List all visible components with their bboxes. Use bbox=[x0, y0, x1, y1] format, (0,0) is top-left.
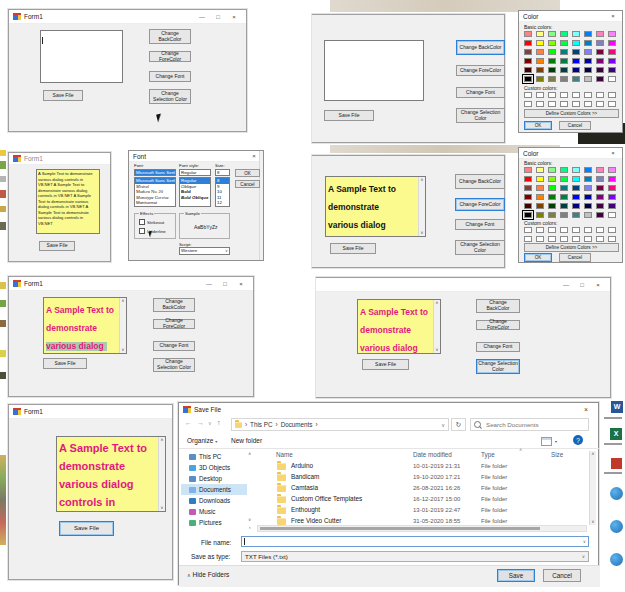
custom-color-swatch[interactable] bbox=[524, 227, 532, 233]
size-list[interactable]: 891011121416 bbox=[215, 177, 230, 207]
rich-textbox[interactable]: A Sample Text to demonstrate various dia… bbox=[36, 169, 100, 234]
change-selection-color-button[interactable]: Change Selection Color bbox=[476, 359, 520, 374]
custom-color-swatch[interactable] bbox=[548, 227, 556, 233]
custom-color-swatch[interactable] bbox=[524, 101, 532, 107]
color-swatch[interactable] bbox=[536, 194, 544, 200]
custom-color-swatch[interactable] bbox=[524, 236, 532, 242]
color-swatch[interactable] bbox=[524, 203, 532, 209]
desktop-icon-fragment[interactable] bbox=[0, 190, 6, 198]
color-swatch[interactable] bbox=[608, 40, 616, 46]
color-swatch[interactable] bbox=[596, 203, 604, 209]
change-backcolor-button[interactable]: Change BackColor bbox=[456, 40, 505, 55]
search-box[interactable] bbox=[470, 418, 589, 431]
color-swatch[interactable] bbox=[596, 185, 604, 191]
color-swatch[interactable] bbox=[572, 58, 580, 64]
font-list[interactable]: Microsoft Sans SerifMistralModern No. 20… bbox=[134, 177, 176, 207]
rich-textbox[interactable] bbox=[324, 40, 424, 101]
color-swatch[interactable] bbox=[584, 58, 592, 64]
desktop-icon-fragment[interactable] bbox=[0, 161, 6, 169]
color-swatch[interactable] bbox=[608, 176, 616, 182]
titlebar[interactable]: Form1 — □ × bbox=[9, 277, 253, 291]
custom-color-swatch[interactable] bbox=[536, 236, 544, 242]
custom-color-swatch[interactable] bbox=[548, 92, 556, 98]
save-as-type-dropdown[interactable]: TXT Files (*.txt) ∨ bbox=[241, 551, 589, 562]
color-swatch[interactable] bbox=[572, 67, 580, 73]
change-font-button[interactable]: Change Font bbox=[153, 341, 195, 351]
color-swatch[interactable] bbox=[560, 31, 568, 37]
sidebar-scroll-up-icon[interactable]: ∧ bbox=[248, 451, 251, 456]
dialog-titlebar[interactable]: Color × bbox=[519, 11, 622, 22]
color-swatch[interactable] bbox=[572, 76, 580, 82]
change-font-button[interactable]: Change Font bbox=[456, 87, 505, 98]
color-swatch[interactable] bbox=[584, 194, 592, 200]
color-swatch[interactable] bbox=[608, 67, 616, 73]
color-swatch[interactable] bbox=[536, 185, 544, 191]
color-swatch[interactable] bbox=[572, 40, 580, 46]
list-option[interactable]: Microsoft Sans Serif bbox=[135, 178, 175, 184]
sidebar-item-downloads[interactable]: Downloads bbox=[181, 495, 247, 506]
change-forecolor-button[interactable]: Change ForeColor bbox=[456, 65, 505, 76]
color-swatch[interactable] bbox=[536, 212, 544, 218]
color-swatch[interactable] bbox=[572, 203, 580, 209]
scroll-left-icon[interactable]: › bbox=[249, 525, 251, 530]
column-size[interactable]: Size bbox=[551, 451, 563, 458]
font-input[interactable]: Microsoft Sans Serif bbox=[134, 169, 176, 176]
color-swatch[interactable] bbox=[524, 167, 532, 173]
color-swatch[interactable] bbox=[608, 31, 616, 37]
custom-color-swatch[interactable] bbox=[560, 101, 568, 107]
color-swatch[interactable] bbox=[596, 194, 604, 200]
color-swatch[interactable] bbox=[596, 58, 604, 64]
word-icon[interactable]: W bbox=[611, 401, 623, 413]
list-vertical-scrollbar[interactable]: ∧∨ bbox=[589, 451, 596, 525]
breadcrumb-documents[interactable]: Documents bbox=[281, 421, 313, 428]
ok-button[interactable]: OK bbox=[235, 169, 260, 177]
color-swatch[interactable] bbox=[596, 31, 604, 37]
close-icon[interactable]: × bbox=[578, 404, 594, 416]
font-style-input[interactable]: Regular bbox=[179, 169, 211, 176]
color-swatch[interactable] bbox=[572, 49, 580, 55]
save-file-button[interactable]: Save File bbox=[43, 90, 83, 101]
custom-color-swatch[interactable] bbox=[608, 101, 616, 107]
color-swatch[interactable] bbox=[536, 49, 544, 55]
rich-textbox[interactable]: A Sample Text todemonstratevarious dialo… bbox=[43, 297, 127, 354]
save-button[interactable]: Save bbox=[497, 569, 535, 582]
file-row[interactable]: Camtasia26-08-2021 16:26File folder bbox=[259, 483, 589, 494]
change-backcolor-button[interactable]: Change BackColor bbox=[149, 29, 191, 44]
dialog-titlebar[interactable]: Color × bbox=[519, 148, 622, 159]
color-swatch[interactable] bbox=[584, 167, 592, 173]
hide-folders-toggle[interactable]: ∧ Hide Folders bbox=[187, 571, 229, 578]
close-icon[interactable]: × bbox=[608, 147, 618, 159]
color-swatch[interactable] bbox=[560, 40, 568, 46]
color-swatch[interactable] bbox=[536, 176, 544, 182]
color-swatch[interactable] bbox=[572, 185, 580, 191]
sidebar-item-this-pc[interactable]: This PC bbox=[181, 451, 247, 462]
color-swatch[interactable] bbox=[548, 212, 556, 218]
change-selection-color-button[interactable]: Change Selection Color bbox=[455, 240, 505, 255]
color-swatch[interactable] bbox=[584, 31, 592, 37]
titlebar[interactable]: Form1 — □ × bbox=[9, 10, 246, 24]
desktop-icon-fragment[interactable] bbox=[0, 206, 6, 212]
color-swatch[interactable] bbox=[608, 203, 616, 209]
change-selection-color-button[interactable]: Change Selection Color bbox=[456, 108, 505, 123]
save-file-button[interactable]: Save File bbox=[362, 359, 409, 370]
change-forecolor-button[interactable]: Change ForeColor bbox=[476, 320, 520, 330]
custom-color-swatch[interactable] bbox=[584, 236, 592, 242]
forward-arrow-icon[interactable]: → bbox=[197, 419, 204, 426]
color-swatch[interactable] bbox=[560, 167, 568, 173]
sidebar-item-documents[interactable]: Documents bbox=[181, 484, 247, 495]
dialog-titlebar[interactable]: Save File × bbox=[179, 403, 598, 416]
rich-textbox[interactable]: A Sample Text todemonstratevarious dialo… bbox=[325, 176, 426, 237]
save-file-button[interactable]: Save File bbox=[43, 358, 87, 369]
desktop-icon-fragment[interactable] bbox=[0, 300, 6, 307]
change-backcolor-button[interactable]: Change BackColor bbox=[153, 298, 195, 312]
cancel-button[interactable]: Cancel bbox=[543, 569, 581, 582]
color-swatch[interactable] bbox=[536, 76, 544, 82]
titlebar[interactable]: Form1 bbox=[9, 153, 110, 165]
custom-color-swatch[interactable] bbox=[572, 101, 580, 107]
maximize-icon[interactable]: □ bbox=[574, 279, 590, 291]
organize-menu[interactable]: Organize ▾ bbox=[187, 437, 217, 444]
rich-textbox[interactable]: A Sample Text todemonstratevarious dialo… bbox=[56, 436, 166, 512]
color-swatch[interactable] bbox=[524, 58, 532, 64]
color-swatch[interactable] bbox=[548, 167, 556, 173]
custom-color-swatch[interactable] bbox=[572, 236, 580, 242]
